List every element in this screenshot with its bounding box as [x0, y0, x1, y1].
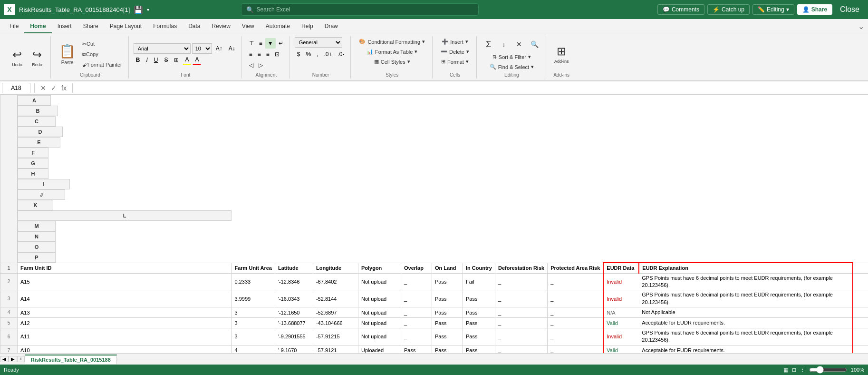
cell-f4[interactable]: _: [401, 307, 432, 318]
decrease-indent-button[interactable]: ◁: [247, 60, 256, 70]
share-button[interactable]: 👤 Share: [797, 4, 832, 15]
percent-button[interactable]: %: [303, 49, 313, 59]
cell-j6[interactable]: _: [548, 328, 604, 345]
cell-b3[interactable]: 3.9999: [231, 290, 275, 307]
cell-e5[interactable]: Not upload: [358, 318, 401, 328]
save-icon[interactable]: 💾: [134, 5, 143, 14]
table-container[interactable]: A B C D E F G H I J K L M N O: [0, 95, 868, 353]
catch-up-button[interactable]: ⚡ Catch up: [707, 4, 750, 15]
tab-draw[interactable]: Draw: [319, 20, 344, 33]
fill-color-button[interactable]: A: [183, 55, 191, 65]
cell-b6[interactable]: 3: [231, 328, 275, 345]
tab-share[interactable]: Share: [77, 20, 104, 33]
cell-d6[interactable]: -57.91215: [313, 328, 358, 345]
formula-input[interactable]: [77, 84, 866, 92]
cell-h3[interactable]: Pass: [463, 290, 495, 307]
font-color-button[interactable]: A: [193, 55, 201, 65]
clear-button[interactable]: ✕: [512, 37, 526, 51]
cell-m3[interactable]: [853, 290, 868, 307]
font-grow-button[interactable]: A↑: [213, 43, 225, 54]
cell-j2[interactable]: _: [548, 273, 604, 290]
cell-f7[interactable]: Pass: [401, 345, 432, 353]
col-header-l[interactable]: L: [18, 210, 231, 221]
search-input[interactable]: [257, 6, 473, 13]
autosum-button[interactable]: Σ: [482, 37, 496, 51]
cell-g2[interactable]: Pass: [432, 273, 463, 290]
col-header-c[interactable]: C: [18, 116, 56, 127]
insert-cells-button[interactable]: ➕ Insert ▾: [438, 37, 472, 46]
cell-e7[interactable]: Uploaded: [358, 345, 401, 353]
cancel-formula-button[interactable]: ✕: [39, 83, 48, 93]
cell-b5[interactable]: 3: [231, 318, 275, 328]
number-format-select[interactable]: General: [295, 37, 342, 48]
tab-review[interactable]: Review: [206, 20, 236, 33]
cell-styles-button[interactable]: ▦ Cell Styles ▾: [371, 57, 414, 66]
cell-c7[interactable]: '-9.1670: [275, 345, 313, 353]
strikethrough-button[interactable]: S: [162, 55, 170, 65]
wrap-text-button[interactable]: ↵: [276, 38, 286, 49]
cell-k7[interactable]: Valid: [603, 345, 639, 353]
align-middle-button[interactable]: ≡: [257, 38, 265, 49]
undo-button[interactable]: ↩ Undo: [8, 42, 27, 73]
cell-e4[interactable]: Not upload: [358, 307, 401, 318]
cell-i5[interactable]: _: [495, 318, 547, 328]
tab-help[interactable]: Help: [296, 20, 319, 33]
cell-l6[interactable]: GPS Points must have 6 decimal points to…: [639, 328, 853, 345]
font-name-select[interactable]: Arial: [134, 43, 191, 54]
cell-m7[interactable]: [853, 345, 868, 353]
cut-button[interactable]: ✂ Cut: [80, 39, 125, 49]
cell-e2[interactable]: Not upload: [358, 273, 401, 290]
col-header-h[interactable]: H: [18, 168, 48, 179]
tab-data[interactable]: Data: [183, 20, 206, 33]
cell-i7[interactable]: _: [495, 345, 547, 353]
cell-g6[interactable]: Pass: [432, 328, 463, 345]
cell-k1[interactable]: EUDR Data: [603, 263, 639, 273]
cell-e3[interactable]: Not upload: [358, 290, 401, 307]
cell-d4[interactable]: -52.6897: [313, 307, 358, 318]
cell-l5[interactable]: Acceptable for EUDR requirements.: [639, 318, 853, 328]
col-header-n[interactable]: N: [18, 231, 56, 242]
view-page-break-icon[interactable]: ⋮: [800, 367, 805, 373]
cell-b7[interactable]: 4: [231, 345, 275, 353]
conditional-formatting-button[interactable]: 🎨 Conditional Formatting ▾: [356, 37, 428, 46]
col-header-e[interactable]: E: [18, 137, 60, 148]
merge-center-button[interactable]: ⊡: [272, 49, 282, 59]
add-sheet-tab[interactable]: +: [17, 356, 25, 362]
cell-m5[interactable]: [853, 318, 868, 328]
copy-button[interactable]: ⧉ Copy: [80, 49, 125, 59]
zoom-slider[interactable]: [809, 366, 847, 374]
cell-l4[interactable]: Not Applicable: [639, 307, 853, 318]
cell-d5[interactable]: -43.104666: [313, 318, 358, 328]
col-header-i[interactable]: I: [18, 179, 70, 189]
addins-button[interactable]: ⊞ Add-ins: [551, 39, 572, 69]
bold-button[interactable]: B: [134, 55, 143, 65]
cell-i2[interactable]: _: [495, 273, 547, 290]
col-header-a[interactable]: A: [18, 95, 51, 106]
scroll-left-tab[interactable]: ◀: [0, 356, 9, 362]
tab-home[interactable]: Home: [24, 20, 51, 33]
tab-automate[interactable]: Automate: [260, 20, 296, 33]
cell-j1[interactable]: Protected Area Risk: [548, 263, 604, 273]
view-normal-icon[interactable]: ▦: [783, 367, 788, 373]
paste-button[interactable]: 📋 Paste: [56, 39, 79, 69]
cell-d1[interactable]: Longitude: [313, 263, 358, 273]
ribbon-collapse[interactable]: ⌄: [858, 22, 864, 31]
insert-function-button[interactable]: fx: [59, 83, 68, 93]
cell-h7[interactable]: Pass: [463, 345, 495, 353]
cell-k2[interactable]: Invalid: [603, 273, 639, 290]
cell-g5[interactable]: Pass: [432, 318, 463, 328]
cell-h4[interactable]: Pass: [463, 307, 495, 318]
sheet-tab-1[interactable]: RiskResults_Table_RA_0015188: [25, 355, 117, 364]
tab-page-layout[interactable]: Page Layout: [104, 20, 147, 33]
align-right-button[interactable]: ≡: [264, 49, 272, 59]
col-header-m[interactable]: M: [18, 221, 56, 231]
cell-j4[interactable]: _: [548, 307, 604, 318]
delete-cells-button[interactable]: ➖ Delete ▾: [437, 47, 473, 56]
accounting-button[interactable]: $: [295, 49, 303, 59]
underline-button[interactable]: U: [152, 55, 161, 65]
tab-formulas[interactable]: Formulas: [147, 20, 183, 33]
find-select-btn[interactable]: 🔍 Find & Select ▾: [486, 62, 537, 71]
search-box[interactable]: 🔍: [241, 3, 479, 16]
align-left-button[interactable]: ≡: [247, 49, 255, 59]
align-bottom-button[interactable]: ▼: [265, 38, 276, 49]
